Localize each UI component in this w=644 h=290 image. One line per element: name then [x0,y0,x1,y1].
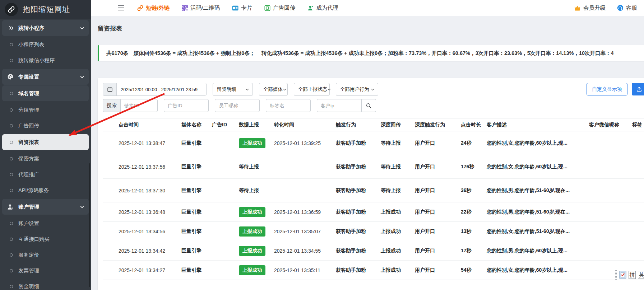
nav-item-短链/外链[interactable]: 短链/外链 [137,4,170,12]
summary-total: 6170 [112,50,123,56]
support-icon [617,5,624,11]
report-card: 留资明细 全部媒体 全部上报状态 全部用户行为 自定义显示项 搜索 [98,78,644,290]
brand-title: 抱阳缩短网址 [23,4,70,14]
search-button[interactable] [362,99,376,112]
cell-duration: 13秒 [458,222,484,241]
ime-english-toggle[interactable]: 英 [638,271,644,279]
sidebar-group-label: 跳转小程序 [18,25,45,32]
sidebar-item-API/源码服务[interactable]: API/源码服务 [0,182,91,198]
filter-select-全部用户行为[interactable]: 全部用户行为 [336,83,378,96]
status-badge: 上报成功 [239,207,265,217]
cell-trigger: 获客助手加粉 [333,222,378,241]
sidebar-group-账户管理[interactable]: 账户管理 [2,199,89,215]
cell-click_time: 2025-12-01 13:37:56 [103,155,179,179]
cell-convert_time: 2025-12-01 13:39:25 [271,131,333,155]
cell-desc: 您的性别,男,您的年龄,51-60岁,现在... [484,202,586,222]
column-header-客户描述: 客户描述 [484,118,586,131]
cell-wechat [586,131,629,155]
search-input-标签名[interactable] [266,99,311,112]
cell-duration: 176秒 [458,155,484,179]
cell-tag [629,241,644,261]
column-header-深度触发行为: 深度触发行为 [412,118,458,131]
sidebar-group-跳转小程序[interactable]: 跳转小程序 [2,20,89,36]
sidebar-group-专属设置[interactable]: 专属设置 [2,69,89,85]
bullet-icon [10,269,13,272]
page-title: 留资报表 [98,24,644,33]
palette-icon [6,74,14,80]
sidebar-item-互通接口购买[interactable]: 互通接口购买 [0,231,91,247]
nav-item-活码/二维码[interactable]: 活码/二维码 [182,4,220,12]
customize-columns-button[interactable]: 自定义显示项 [587,83,627,95]
filter-select-留资明细[interactable]: 留资明细 [213,83,253,96]
status-badge: 上报成功 [239,138,265,148]
table-row: 2025-12-01 13:38:47巨量引擎上报成功2025-12-01 13… [103,131,644,155]
nav-item-成为代理[interactable]: 成为代理 [307,4,338,12]
cell-report: 上报成功 [236,131,271,155]
nav-item-客服[interactable]: 客服 [617,4,637,12]
sidebar-item-小程序列表[interactable]: 小程序列表 [0,37,91,52]
bullet-icon [10,173,13,176]
sidebar-item-账户设置[interactable]: 账户设置 [0,215,91,231]
ad-callback-icon [264,5,270,11]
cell-deep_report: 上报成功 [378,241,412,261]
cell-ad_id [209,131,236,155]
nav-item-label: 短链/外链 [146,4,170,12]
sidebar-scrollbar[interactable] [89,163,90,287]
sidebar-item-广告回传[interactable]: 广告回传 [0,118,91,134]
search-input-广告ID[interactable] [164,99,209,112]
sidebar-item-跳转微信小程序[interactable]: 跳转微信小程序 [0,52,91,68]
sidebar-item-留资报表[interactable]: 留资报表 [2,134,89,150]
sidebar-item-域名管理[interactable]: 域名管理 [2,85,89,101]
nav-item-会员升级[interactable]: 会员升级 [574,4,606,12]
report-table-wrap: 点击时间媒体名称广告ID数据上报转化时间触发行为深度回传深度触发行为点击时长客户… [103,118,644,280]
export-button[interactable] [632,83,644,95]
bullet-icon [10,189,13,192]
filter-select-全部媒体[interactable]: 全部媒体 [259,83,288,96]
filter-select-全部上报状态[interactable]: 全部上报状态 [294,83,330,96]
bullet-icon [10,238,13,241]
bullet-icon [10,43,13,46]
cell-report: 上报成功 [236,261,271,280]
sidebar-item-服务定价[interactable]: 服务定价 [0,247,91,263]
sidebar-item-发票管理[interactable]: 发票管理 [0,263,91,279]
sidebar-item-资金明细[interactable]: 资金明细 [0,279,91,290]
search-input-员工昵称[interactable] [215,99,260,112]
nav-item-卡片[interactable]: 卡片 [232,4,252,12]
calendar-icon[interactable] [103,83,117,95]
date-range-input[interactable] [117,83,206,95]
cell-click_time: 2025-12-01 13:34:56 [103,222,179,241]
cell-deep_report: 上报成功 [378,222,412,241]
search-row: 搜索 [103,99,644,112]
cell-desc: 您的性别,女,您的年龄,60岁以上,现... [484,155,586,179]
cell-media: 巨量引擎 [179,202,209,222]
sidebar-item-代理推广[interactable]: 代理推广 [0,167,91,182]
table-row: 2025-12-01 13:34:27巨量引擎上报成功2025-12-01 13… [103,261,644,280]
select-value: 全部用户行为 [340,86,369,93]
cell-trigger: 获客助手加粉 [333,179,378,202]
sidebar-item-分组管理[interactable]: 分组管理 [0,102,91,118]
column-header-转化时间: 转化时间 [271,118,333,131]
column-header-触发行为: 触发行为 [333,118,378,131]
cell-duration: 22秒 [458,202,484,222]
bullet-icon [10,285,13,288]
ime-pinyin-toggle[interactable]: 拼 [629,271,636,279]
hamburger-icon[interactable] [118,5,124,11]
search-input-客户ip[interactable] [317,99,362,112]
search-label: 搜索 [103,99,120,112]
cell-wechat [586,222,629,241]
ime-drag-handle[interactable] [615,270,617,280]
cell-trigger: 获客助手加粉 [333,241,378,261]
nav-item-广告回传[interactable]: 广告回传 [264,4,295,12]
sidebar-item-label: 跳转微信小程序 [18,57,55,64]
cell-click_time: 2025-12-01 13:34:27 [103,261,179,280]
search-input-链接ID[interactable] [120,99,158,112]
sidebar-item-保密方案[interactable]: 保密方案 [0,151,91,167]
sidebar-item-label: 留资报表 [18,139,39,146]
chevron-down-icon [80,75,84,79]
cell-ad_id [209,179,236,202]
filter-actions: 自定义显示项 [587,83,644,95]
ime-icon[interactable] [619,271,626,279]
cell-report: 等待上报 [236,155,271,179]
sidebar-item-label: 账户设置 [18,220,39,227]
column-header-客户微信昵称: 客户微信昵称 [586,118,629,131]
